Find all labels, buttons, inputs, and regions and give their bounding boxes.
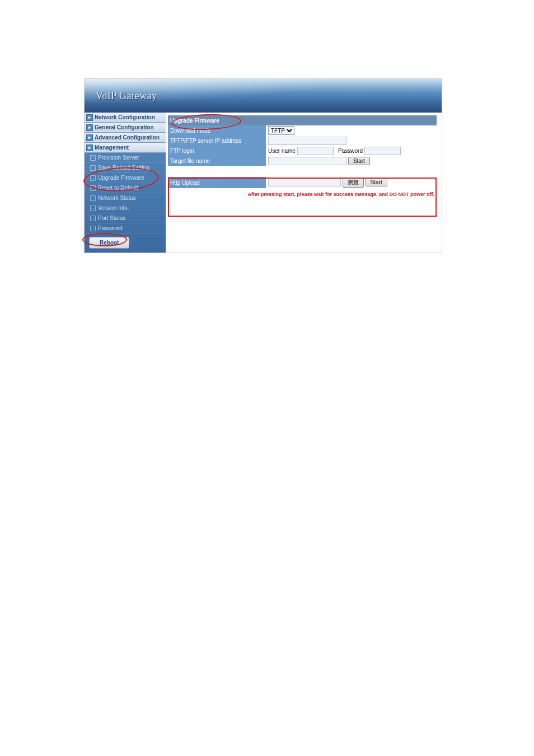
server-ip-label: TFTP/FTP server IP address bbox=[168, 136, 266, 146]
nav-general-configuration[interactable]: ▸ General Configuration bbox=[85, 123, 166, 133]
password-input[interactable] bbox=[364, 147, 401, 155]
arrow-icon: ▸ bbox=[86, 134, 93, 141]
app-window: VoIP Gateway ▸ Network Configuration ▸ G… bbox=[84, 78, 442, 253]
http-upload-file-input[interactable] bbox=[268, 178, 341, 186]
sub-provision-server[interactable]: ▫ Provision Server bbox=[85, 153, 166, 163]
reboot-button[interactable]: Reboot bbox=[89, 237, 129, 249]
start-button-1[interactable]: Start bbox=[348, 157, 370, 165]
sub-label: Save-Reload Setting bbox=[98, 165, 149, 171]
target-file-input[interactable] bbox=[268, 157, 346, 165]
username-label: User name bbox=[268, 148, 296, 154]
server-ip-input[interactable] bbox=[268, 137, 346, 145]
sub-port-status[interactable]: ▫ Port Status bbox=[85, 213, 166, 223]
warning-text: After pressing start, please wait for su… bbox=[168, 188, 437, 198]
nav-label: General Configuration bbox=[95, 124, 154, 130]
nav-management[interactable]: ▸ Management bbox=[85, 143, 166, 153]
bullet-icon: ▫ bbox=[90, 216, 96, 221]
bullet-icon: ▫ bbox=[90, 175, 96, 181]
arrow-icon: ▸ bbox=[86, 124, 93, 131]
download-mode-label: Download mode bbox=[168, 125, 266, 136]
app-title: VoIP Gateway bbox=[96, 90, 157, 102]
browse-button[interactable]: 瀏覽 bbox=[343, 178, 364, 188]
sub-save-reload-setting[interactable]: ▫ Save-Reload Setting bbox=[85, 163, 166, 173]
http-upload-table: Http Upload 瀏覽 Start After pressing star… bbox=[168, 177, 437, 198]
nav-label: Network Configuration bbox=[95, 114, 155, 120]
sub-network-status[interactable]: ▫ Network Status bbox=[85, 193, 166, 203]
bullet-icon: ▫ bbox=[90, 195, 96, 201]
sub-password[interactable]: ▫ Password bbox=[85, 223, 166, 234]
body: ▸ Network Configuration ▸ General Config… bbox=[85, 113, 442, 253]
sub-label: Reset to Default bbox=[98, 185, 138, 191]
username-input[interactable] bbox=[297, 147, 334, 155]
password-label: Password bbox=[338, 148, 363, 154]
sub-label: Network Status bbox=[98, 195, 136, 201]
bullet-icon: ▫ bbox=[90, 155, 96, 161]
arrow-icon: ▸ bbox=[86, 144, 93, 151]
sub-label: Port Status bbox=[98, 215, 125, 221]
content-pane: Upgrade Firmware Download mode TFTP TFTP… bbox=[166, 113, 442, 253]
sub-version-info[interactable]: ▫ Version Info. bbox=[85, 203, 166, 213]
sub-upgrade-firmware[interactable]: ▫ Upgrade Firmware bbox=[85, 173, 166, 183]
nav-network-configuration[interactable]: ▸ Network Configuration bbox=[85, 113, 166, 123]
bullet-icon: ▫ bbox=[90, 206, 96, 211]
nav-label: Management bbox=[95, 144, 129, 151]
download-mode-select[interactable]: TFTP bbox=[268, 126, 294, 135]
nav-label: Advanced Configuration bbox=[95, 134, 160, 141]
sub-label: Password bbox=[98, 225, 123, 231]
sub-label: Upgrade Firmware bbox=[98, 175, 144, 181]
nav-advanced-configuration[interactable]: ▸ Advanced Configuration bbox=[85, 133, 166, 143]
sidebar: ▸ Network Configuration ▸ General Config… bbox=[85, 113, 166, 253]
sub-label: Version Info. bbox=[98, 205, 129, 211]
bullet-icon: ▫ bbox=[90, 165, 96, 171]
target-file-label: Target file name bbox=[168, 156, 266, 166]
http-upload-label: Http Upload bbox=[168, 177, 266, 188]
section-header: Upgrade Firmware bbox=[168, 115, 437, 125]
ftp-login-label: FTP login bbox=[168, 146, 266, 156]
arrow-icon: ▸ bbox=[86, 114, 93, 121]
header-banner: VoIP Gateway bbox=[85, 79, 442, 113]
sub-label: Provision Server bbox=[98, 155, 139, 161]
bullet-icon: ▫ bbox=[90, 226, 96, 231]
start-button-2[interactable]: Start bbox=[366, 178, 387, 186]
bullet-icon: ▫ bbox=[90, 185, 96, 191]
sub-reset-to-default[interactable]: ▫ Reset to Default bbox=[85, 183, 166, 193]
upgrade-firmware-table: Upgrade Firmware Download mode TFTP TFTP… bbox=[168, 115, 437, 166]
